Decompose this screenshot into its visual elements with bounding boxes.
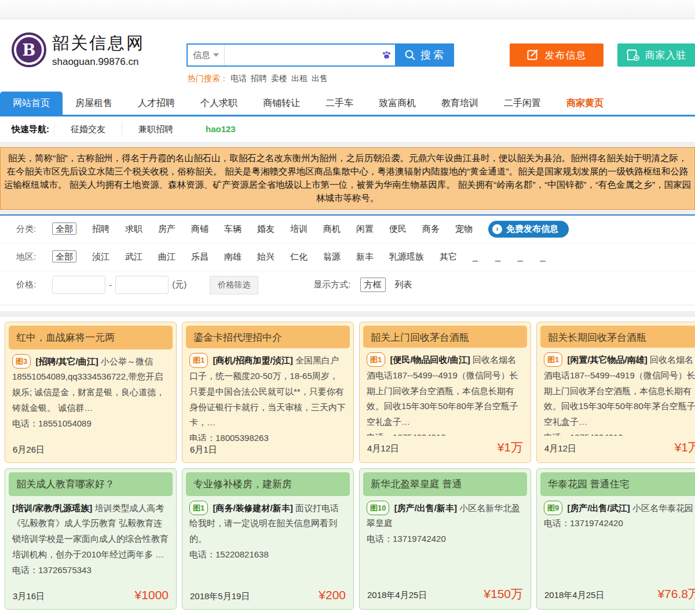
nav-tab[interactable]: 致富商机 xyxy=(366,92,429,115)
search-category-select[interactable]: 信息 xyxy=(188,45,225,65)
quick-nav-item[interactable]: 兼职招聘 xyxy=(122,122,189,137)
category-item[interactable]: 招聘 xyxy=(92,224,109,234)
region-item[interactable]: 南雄 xyxy=(224,251,242,261)
listing-category: [招聘/其它/曲江] xyxy=(35,356,98,366)
free-publish-button[interactable]: › 免费发布信息 xyxy=(488,221,569,238)
price-filter-button[interactable]: 价格筛选 xyxy=(210,276,258,294)
listing-price: ¥200 xyxy=(319,588,346,602)
search-button[interactable]: 搜索 xyxy=(396,43,454,67)
image-count-badge: 图1 xyxy=(544,352,562,367)
listing-title[interactable]: 韶关成人教育哪家好？ xyxy=(9,472,173,496)
region-item[interactable]: 翁源 xyxy=(323,251,341,261)
listing-card[interactable]: 韶关成人教育哪家好？ [培训/家教/乳源瑶族] 培训类型成人高考《弘毅教育》成人… xyxy=(5,468,177,610)
nav-tab[interactable]: 房屋租售 xyxy=(63,92,125,115)
listing-phone: 电话：18005398263 xyxy=(189,431,346,441)
category-item[interactable]: 求职 xyxy=(125,224,142,234)
region-label: 地区: xyxy=(16,251,52,263)
hot-search-item[interactable]: 出租 xyxy=(291,74,308,83)
search-input[interactable] xyxy=(225,45,382,65)
region-item[interactable]: 仁化 xyxy=(290,251,308,261)
region-item[interactable]: 乐昌 xyxy=(191,251,209,261)
category-item[interactable]: 培训 xyxy=(290,224,308,234)
listing-card[interactable]: 红中，血战麻将一元两 图3 [招聘/其它/曲江] 小公举～微信185510540… xyxy=(5,322,177,463)
display-mode-list[interactable]: 列表 xyxy=(395,279,412,290)
nav-tab[interactable]: 二手闲置 xyxy=(491,92,554,115)
quick-nav-item[interactable]: 征婚交友 xyxy=(54,122,122,137)
region-placeholder[interactable]: _ xyxy=(518,251,523,261)
nav-tab[interactable]: 商家黄页 xyxy=(554,92,616,115)
category-item[interactable]: 商铺 xyxy=(191,224,209,234)
listing-phone: 电话：13726575343 xyxy=(12,563,169,578)
listing-title[interactable]: 华泰花园 普通住宅 xyxy=(540,472,695,496)
region-placeholder[interactable]: _ xyxy=(495,251,500,261)
listing-category: [房产/出售/新丰] xyxy=(394,503,457,513)
category-item[interactable]: 全部 xyxy=(52,223,76,235)
region-item[interactable]: 其它 xyxy=(440,251,457,261)
listing-date: 2018年5月19日 xyxy=(190,591,250,602)
hot-search-item[interactable]: 出售 xyxy=(312,74,328,83)
search-icon xyxy=(404,49,416,61)
category-item[interactable]: 便民 xyxy=(389,224,407,234)
nav-tab[interactable]: 二手车 xyxy=(313,92,366,115)
listing-title[interactable]: 红中，血战麻将一元两 xyxy=(9,326,173,349)
region-placeholder[interactable]: _ xyxy=(473,251,478,261)
region-item[interactable]: 全部 xyxy=(52,250,76,263)
listing-title[interactable]: 新华北盈翠皇庭 普通 xyxy=(363,472,527,496)
listing-card[interactable]: 新华北盈翠皇庭 普通 图10 [房产/出售/新丰] 小区名新华北盈翠皇庭 电话：… xyxy=(359,468,531,610)
site-header: B 韶关信息网 shaoguan.99876.cn 信息 xyxy=(0,19,695,92)
listing-card[interactable]: 鎏金卡招代理招中介 图1 [商机/招商加盟/浈江] 全国黑白户口子，统一额度20… xyxy=(182,322,354,463)
region-item[interactable]: 始兴 xyxy=(257,251,275,261)
hot-search-item[interactable]: 卖楼 xyxy=(271,74,287,83)
listing-title[interactable]: 鎏金卡招代理招中介 xyxy=(186,326,350,349)
publish-info-button[interactable]: 发布信息 xyxy=(510,43,603,67)
region-item[interactable]: 新丰 xyxy=(356,251,374,261)
listing-card[interactable]: 韶关上门回收茅台酒瓶 图1 [便民/物品回收/曲江] 回收名烟名酒电话187--… xyxy=(359,322,531,463)
filter-panel: 分类: 全部招聘求职房产商铺车辆婚友培训商机闲置便民商务宠物 › 免费发布信息 … xyxy=(0,214,695,305)
price-max-input[interactable] xyxy=(115,276,169,294)
listing-phone: 电话：15220821638 xyxy=(189,547,346,563)
category-item[interactable]: 闲置 xyxy=(356,224,374,234)
listing-date: 4月12日 xyxy=(367,443,399,454)
image-count-badge: 图1 xyxy=(367,352,385,367)
hot-search-item[interactable]: 电话 xyxy=(231,74,247,83)
region-item[interactable]: 浈江 xyxy=(92,251,109,261)
nav-tab[interactable]: 教育培训 xyxy=(429,92,491,115)
search-bar: 信息 搜索 xyxy=(186,43,454,67)
category-item[interactable]: 车辆 xyxy=(224,224,242,234)
region-placeholder[interactable]: _ xyxy=(540,251,546,261)
listing-card[interactable]: 华泰花园 普通住宅 图9 [房产/出售/武江] 小区名华泰花园 电话：13719… xyxy=(536,468,695,610)
display-mode-box[interactable]: 方框 xyxy=(360,278,386,292)
listing-title[interactable]: 专业修补楼房，建新房 xyxy=(186,472,350,496)
storefront-icon xyxy=(626,49,640,61)
listing-card[interactable]: 韶关长期回收茅台酒瓶 图1 [闲置/其它物品/南雄] 回收名烟名酒电话187--… xyxy=(536,322,695,463)
listing-card[interactable]: 专业修补楼房，建新房 图1 [商务/装修建材/新丰] 面议打电话给我时，请一定说… xyxy=(182,468,354,610)
price-min-input[interactable] xyxy=(52,276,105,294)
quick-nav-item[interactable]: hao123 xyxy=(189,122,252,137)
arrow-right-icon: › xyxy=(492,224,502,234)
region-item[interactable]: 曲江 xyxy=(158,251,175,261)
section-gap xyxy=(0,210,695,214)
nav-tab[interactable]: 人才招聘 xyxy=(125,92,188,115)
listing-phone: 电话：18754994919 xyxy=(367,430,524,436)
listing-date: 6月1日 xyxy=(190,444,217,455)
chevron-down-icon xyxy=(213,53,219,57)
category-item[interactable]: 商务 xyxy=(422,224,440,234)
listing-category: [便民/物品回收/曲江] xyxy=(390,355,470,365)
category-item[interactable]: 宠物 xyxy=(455,224,473,234)
merchant-join-button[interactable]: 商家入驻 xyxy=(617,43,695,67)
nav-tab[interactable]: 个人求职 xyxy=(188,92,250,115)
price-filter-row: 价格: - (元) 价格筛选 显示方式: 方框 列表 xyxy=(0,271,695,299)
region-item[interactable]: 武江 xyxy=(125,251,142,261)
site-logo[interactable]: B 韶关信息网 shaoguan.99876.cn xyxy=(12,32,145,68)
nav-tab[interactable]: 商铺转让 xyxy=(250,92,313,115)
hot-search-label: 热门搜索： xyxy=(188,74,228,83)
category-item[interactable]: 婚友 xyxy=(257,224,275,234)
hot-search-item[interactable]: 招聘 xyxy=(251,74,267,83)
nav-tab[interactable]: 网站首页 xyxy=(0,92,63,115)
category-item[interactable]: 房产 xyxy=(158,224,175,234)
region-item[interactable]: 乳源瑶族 xyxy=(389,251,424,261)
site-name: 韶关信息网 xyxy=(52,32,145,55)
category-item[interactable]: 商机 xyxy=(323,224,341,234)
listing-title[interactable]: 韶关长期回收茅台酒瓶 xyxy=(540,326,695,348)
listing-title[interactable]: 韶关上门回收茅台酒瓶 xyxy=(363,326,527,348)
